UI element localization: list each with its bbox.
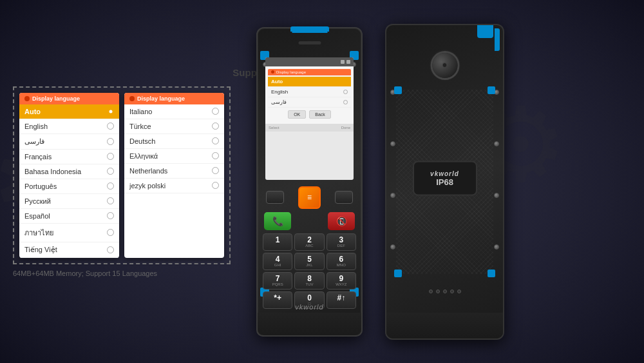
radio-button[interactable] bbox=[107, 168, 114, 175]
corner-accent-back-br bbox=[488, 270, 495, 277]
panel-item[interactable]: Русский bbox=[19, 194, 119, 209]
key-6[interactable]: 6 MNO bbox=[327, 253, 356, 270]
rivet bbox=[390, 244, 395, 250]
main-content: Support 15 Languages Display language Au… bbox=[0, 0, 644, 363]
phone-screen: Display language Auto English فارسی OK bbox=[265, 57, 354, 180]
back-bottom bbox=[386, 313, 503, 338]
radio-button[interactable] bbox=[107, 123, 114, 130]
radio-button[interactable] bbox=[212, 108, 219, 115]
status-bar bbox=[265, 57, 354, 66]
nav-row: ≡ bbox=[263, 186, 356, 209]
signal-icon bbox=[341, 60, 345, 64]
radio-button[interactable] bbox=[212, 123, 219, 130]
corner-accent-back-tr bbox=[488, 86, 495, 94]
end-call-button[interactable]: 📵 bbox=[328, 212, 355, 230]
phone-bottom bbox=[258, 313, 361, 335]
camera-aperture bbox=[442, 63, 448, 68]
panel-item[interactable]: jezyk polski bbox=[124, 179, 224, 193]
panels-container: Display language Auto English فارسی Fran… bbox=[13, 86, 231, 264]
corner-accent-back-bl bbox=[394, 270, 402, 277]
speaker bbox=[298, 41, 321, 44]
ok-button[interactable]: OK bbox=[288, 110, 306, 119]
phone-back: vkworld IP68 bbox=[385, 24, 504, 340]
panel-item[interactable]: Tiếng Việt bbox=[19, 242, 119, 258]
phone-front: Display language Auto English فارسی OK bbox=[256, 27, 363, 337]
screen-panel-header: Display language bbox=[268, 69, 351, 75]
panel-item[interactable]: Deutsch bbox=[124, 134, 224, 149]
led-3 bbox=[443, 289, 447, 293]
left-nav-button[interactable] bbox=[266, 191, 284, 204]
key-2[interactable]: 2 ABC bbox=[294, 233, 324, 251]
rivet bbox=[494, 193, 499, 198]
keypad: ≡ 📞 📵 1 2 bbox=[263, 186, 356, 309]
radio-button[interactable] bbox=[212, 152, 219, 159]
radio-button[interactable] bbox=[107, 212, 114, 219]
screen-bottom-bar: Select Done bbox=[265, 124, 354, 132]
radio-button[interactable] bbox=[212, 167, 219, 174]
panel-header-dot bbox=[24, 96, 30, 101]
call-button[interactable]: 📞 bbox=[264, 212, 291, 230]
panel-item[interactable]: Português bbox=[19, 179, 119, 194]
radio-button[interactable] bbox=[107, 138, 114, 145]
panel-left-header: Display language bbox=[19, 93, 119, 104]
panel-item[interactable]: فارسی bbox=[19, 134, 119, 150]
screen-radio[interactable] bbox=[343, 90, 348, 94]
key-4[interactable]: 4 GHI bbox=[263, 253, 292, 270]
back-brand-model: IP68 bbox=[424, 177, 466, 186]
screen-list-item[interactable]: English bbox=[268, 87, 351, 97]
radio-button[interactable] bbox=[107, 153, 114, 160]
panel-item[interactable]: Français bbox=[19, 150, 119, 164]
menu-icon: ≡ bbox=[307, 193, 312, 202]
phone-brand-label: vkworld bbox=[295, 303, 323, 311]
corner-accent-back-tl bbox=[394, 86, 402, 94]
key-1[interactable]: 1 bbox=[263, 233, 292, 251]
back-button[interactable]: Back bbox=[309, 110, 331, 119]
panels-section: Support 15 Languages Display language Au… bbox=[13, 86, 231, 277]
panel-item[interactable]: ภาษาไทย bbox=[19, 224, 119, 242]
radio-button[interactable] bbox=[107, 108, 114, 115]
back-camera bbox=[430, 51, 459, 80]
panel-item[interactable]: Español bbox=[19, 209, 119, 224]
top-accent bbox=[292, 26, 327, 33]
key-hash[interactable]: #↑ bbox=[327, 291, 356, 309]
screen-list-item[interactable]: Auto bbox=[268, 77, 351, 87]
radio-button[interactable] bbox=[107, 197, 114, 204]
center-nav-button[interactable]: ≡ bbox=[298, 186, 321, 209]
screen-radio[interactable] bbox=[343, 79, 348, 84]
number-grid: 1 2 ABC 3 DEF 4 GHI 5 JKL bbox=[263, 233, 356, 290]
led-2 bbox=[436, 289, 440, 293]
radio-button[interactable] bbox=[212, 182, 219, 189]
right-nav-button[interactable] bbox=[335, 191, 353, 204]
panel-item[interactable]: Ελληνικά bbox=[124, 149, 224, 164]
key-7[interactable]: 7 PQRS bbox=[263, 272, 292, 289]
rivet bbox=[494, 141, 499, 146]
call-icon: 📞 bbox=[272, 216, 283, 226]
rivet bbox=[390, 193, 395, 198]
battery-icon bbox=[346, 60, 350, 64]
radio-button[interactable] bbox=[107, 229, 114, 236]
key-star[interactable]: *+ bbox=[263, 291, 292, 309]
end-call-icon: 📵 bbox=[336, 216, 347, 226]
panel-item[interactable]: English bbox=[19, 119, 119, 134]
key-3[interactable]: 3 DEF bbox=[327, 233, 356, 251]
radio-button[interactable] bbox=[107, 182, 114, 190]
call-row: 📞 📵 bbox=[263, 212, 356, 230]
panel-item[interactable]: Auto bbox=[19, 104, 119, 119]
key-5[interactable]: 5 JKL bbox=[294, 253, 324, 270]
panel-item[interactable]: Netherlands bbox=[124, 164, 224, 179]
screen-list-item[interactable]: فارسی bbox=[268, 97, 351, 108]
led-1 bbox=[429, 289, 433, 293]
key-9[interactable]: 9 WXYZ bbox=[327, 272, 356, 289]
key-8[interactable]: 8 TUV bbox=[294, 272, 324, 289]
screen-content: Display language Auto English فارسی OK bbox=[265, 66, 354, 124]
radio-button[interactable] bbox=[212, 137, 219, 144]
screen-radio[interactable] bbox=[343, 100, 348, 104]
radio-button[interactable] bbox=[107, 246, 114, 253]
panel-item[interactable]: Türkce bbox=[124, 119, 224, 134]
screen-buttons: OK Back bbox=[268, 108, 351, 121]
back-logo-plate: vkworld IP68 bbox=[413, 161, 477, 195]
back-top-accent bbox=[477, 25, 493, 38]
panel-item[interactable]: Italiano bbox=[124, 104, 224, 119]
panel-item[interactable]: Bahasa Indonesia bbox=[19, 164, 119, 179]
screen-panel-dot bbox=[271, 70, 274, 74]
